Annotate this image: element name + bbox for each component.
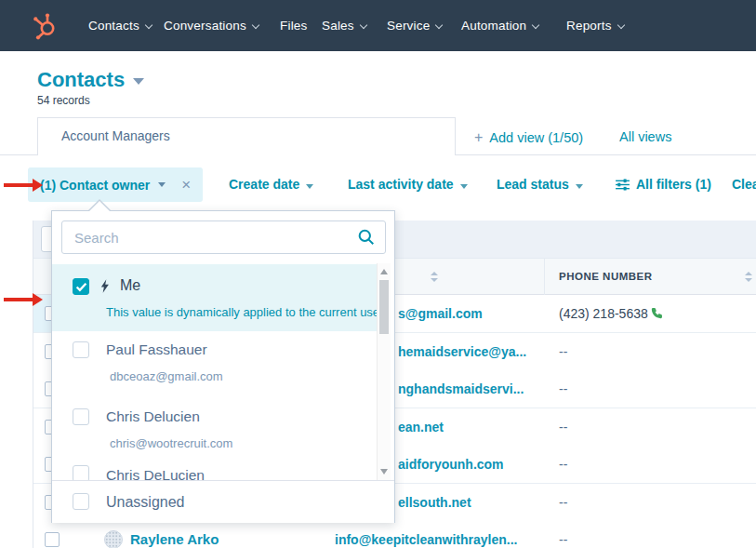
- create-date-filter[interactable]: Create date: [229, 177, 313, 192]
- owner-search-input[interactable]: [62, 221, 385, 253]
- email-link[interactable]: nghandsmaidservi...: [398, 381, 524, 396]
- caret-down-icon: [460, 184, 468, 189]
- email-link[interactable]: ellsouth.net: [398, 495, 471, 510]
- popover-caret: [88, 201, 111, 212]
- owner-option-chris-delucien[interactable]: Chris Delucien chris@wootrecruit.com: [52, 396, 377, 461]
- nav-automation[interactable]: Automation: [461, 0, 538, 51]
- option-label: Chris DeLucien: [106, 467, 205, 480]
- all-filters-button[interactable]: All filters (1): [616, 177, 711, 192]
- plus-icon: +: [474, 129, 483, 145]
- checkbox-unchecked[interactable]: [73, 408, 89, 425]
- scroll-up-icon[interactable]: [380, 269, 388, 274]
- tab-account-managers[interactable]: Account Managers: [37, 117, 456, 155]
- owner-option-me[interactable]: Me This value is dynamically applied to …: [52, 264, 377, 331]
- chevron-down-icon: [252, 21, 259, 29]
- option-label: Chris Delucien: [106, 408, 200, 425]
- annotation-arrow-me-option: [4, 293, 43, 306]
- nav-reports[interactable]: Reports: [566, 0, 624, 51]
- annotation-arrow-contact-owner: [4, 179, 43, 192]
- owner-option-chris-delucien-2[interactable]: Chris DeLucien: [52, 461, 377, 480]
- phone-cell: (423) 218-5638: [559, 306, 663, 321]
- phone-column-header[interactable]: PHONE NUMBER: [559, 271, 653, 282]
- tab-label: Account Managers: [38, 118, 455, 154]
- owner-option-paul-fasshauer[interactable]: Paul Fasshauer dbceoaz@gmail.com: [52, 331, 377, 396]
- option-email: chris@wootrecruit.com: [110, 436, 232, 450]
- record-count: 54 records: [37, 94, 90, 107]
- checkbox-unchecked[interactable]: [73, 465, 89, 480]
- nav-service[interactable]: Service: [387, 0, 442, 51]
- lightning-icon: [99, 279, 110, 297]
- table-row: Raylene Arko info@keepitcleanwithraylen.…: [33, 521, 756, 548]
- option-label: Unassigned: [106, 494, 185, 511]
- checkbox-unchecked[interactable]: [73, 493, 89, 510]
- owner-option-unassigned[interactable]: Unassigned: [52, 480, 394, 523]
- option-email: dbceoaz@gmail.com: [110, 369, 223, 383]
- chevron-down-icon: [532, 21, 539, 29]
- owner-search-field: [61, 221, 386, 254]
- contact-name-link[interactable]: Raylene Arko: [130, 531, 219, 547]
- email-link[interactable]: info@keepitcleanwithraylen...: [335, 532, 517, 547]
- checkbox-checked[interactable]: [73, 278, 89, 295]
- add-view-button[interactable]: +Add view (1/50): [474, 129, 583, 146]
- top-navbar: Contacts Conversations Files Sales Servi…: [0, 0, 756, 51]
- phone-cell: --: [559, 420, 567, 434]
- last-activity-date-filter[interactable]: Last activity date: [348, 177, 468, 192]
- all-views-link[interactable]: All views: [619, 129, 671, 144]
- hubspot-contacts-screen: Contacts Conversations Files Sales Servi…: [0, 0, 756, 548]
- caret-down-icon: [306, 184, 313, 189]
- chevron-down-icon: [617, 21, 624, 29]
- dropdown-scrollbar[interactable]: [377, 263, 391, 480]
- caret-down-icon: [576, 184, 583, 189]
- scrollbar-thumb[interactable]: [379, 280, 389, 334]
- sort-email-icon[interactable]: [431, 272, 438, 282]
- caret-down-icon: [133, 78, 144, 85]
- phone-cell: --: [559, 457, 567, 472]
- row-checkbox[interactable]: [45, 532, 60, 547]
- page-title[interactable]: Contacts: [37, 68, 144, 92]
- option-description: This value is dynamically applied to the…: [106, 305, 383, 319]
- contact-owner-dropdown: Me This value is dynamically applied to …: [51, 210, 395, 523]
- owner-options-list: Me This value is dynamically applied to …: [52, 263, 396, 480]
- email-link[interactable]: s@gmail.com: [398, 306, 483, 321]
- nav-sales[interactable]: Sales: [322, 0, 366, 51]
- chevron-down-icon: [145, 21, 153, 29]
- phone-cell: --: [559, 495, 567, 510]
- email-link[interactable]: ean.net: [398, 420, 444, 434]
- option-label: Paul Fasshauer: [106, 341, 207, 358]
- contact-owner-filter-label: (1) Contact owner: [40, 178, 150, 193]
- remove-filter-icon[interactable]: ×: [181, 177, 191, 193]
- nav-contacts[interactable]: Contacts: [88, 0, 152, 51]
- email-link[interactable]: aidforyounh.com: [398, 457, 504, 472]
- caret-down-icon: [158, 182, 166, 187]
- chevron-down-icon: [435, 21, 443, 29]
- phone-cell: --: [559, 344, 567, 359]
- email-link[interactable]: hemaidservice@ya...: [398, 344, 526, 359]
- contact-owner-filter-chip[interactable]: (1) Contact owner ×: [28, 167, 203, 202]
- clear-filters-link[interactable]: Clea: [732, 177, 756, 192]
- phone-cell: --: [559, 532, 567, 547]
- nav-files[interactable]: Files: [280, 0, 308, 51]
- call-icon[interactable]: [650, 307, 663, 320]
- sliders-icon: [616, 179, 630, 191]
- scroll-down-icon[interactable]: [380, 469, 388, 474]
- checkbox-unchecked[interactable]: [73, 341, 89, 358]
- option-label: Me: [120, 277, 140, 294]
- lead-status-filter[interactable]: Lead status: [497, 177, 583, 192]
- sort-phone-icon[interactable]: [745, 272, 752, 282]
- contact-avatar: [104, 530, 123, 548]
- hubspot-logo-icon[interactable]: [32, 12, 60, 40]
- search-icon[interactable]: [358, 229, 375, 246]
- chevron-down-icon: [360, 21, 367, 29]
- phone-cell: --: [559, 381, 567, 396]
- nav-conversations[interactable]: Conversations: [164, 0, 259, 51]
